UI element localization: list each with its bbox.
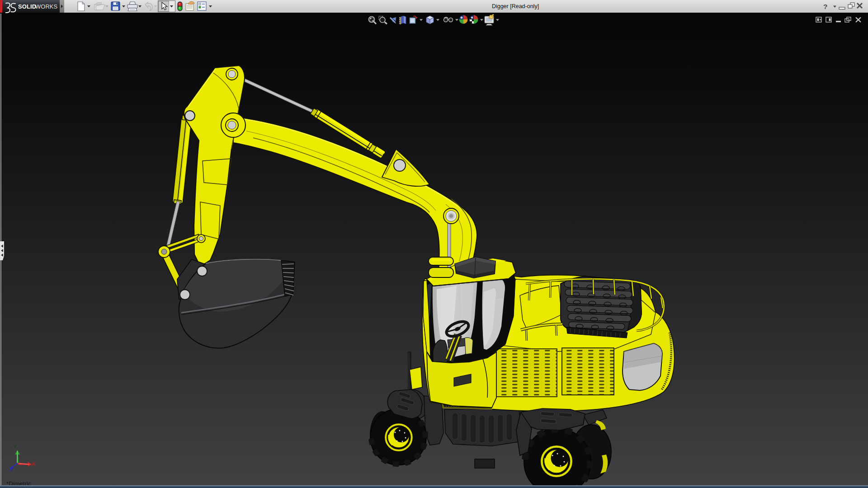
svg-text:Y: Y [14, 444, 17, 449]
svg-text:Z: Z [10, 466, 13, 473]
